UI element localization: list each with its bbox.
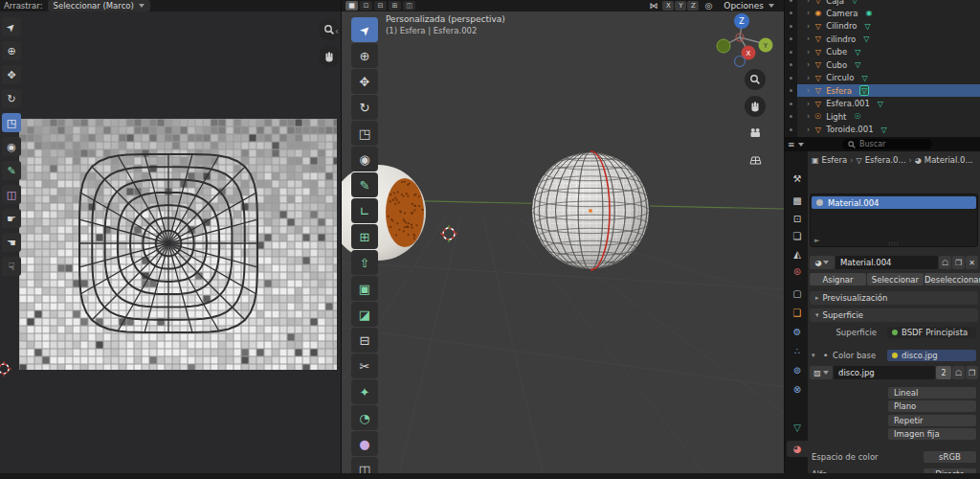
sphere-object[interactable] (523, 144, 657, 278)
outliner-item-light[interactable]: ›☉Light☉ (797, 110, 980, 123)
edge-slide-tool[interactable]: ◫ (351, 457, 378, 473)
tab-render[interactable]: ▩ (787, 193, 808, 209)
transform-tool[interactable]: ◉ (2, 137, 21, 156)
image-browse-button[interactable]: ▨ (810, 366, 833, 379)
mirror-icon[interactable]: ⋈ (649, 1, 657, 11)
source-select[interactable]: Imagen fija (888, 428, 976, 440)
proportional-edit-icon[interactable]: ◎ (704, 1, 712, 11)
tab-collection[interactable]: ▢ (787, 285, 808, 302)
projection-select[interactable]: Plano (888, 400, 976, 412)
users-count[interactable]: 2 (936, 366, 951, 379)
uv-image-canvas[interactable] (19, 119, 337, 370)
panel-surface[interactable]: ▾ Superficie (810, 308, 978, 322)
mirror-z-button[interactable]: Z (687, 1, 699, 11)
seleccionar-button[interactable]: Seleccionar (867, 273, 924, 285)
scale-tool[interactable]: ◳ (351, 121, 378, 146)
disclosure-icon[interactable]: › (807, 9, 810, 17)
outliner-item-cube[interactable]: ›▽Cube▽ (797, 46, 980, 58)
outliner-item-esfera-001[interactable]: ›▽Esfera.001▽ (797, 98, 980, 110)
outliner-item-toroide-001[interactable]: ›▽Toroide.001▽ (797, 124, 980, 136)
tab-view-layer[interactable]: ❏ (787, 228, 808, 244)
material-slot-selected[interactable]: Material.004 (812, 196, 976, 209)
edge-select-icon[interactable]: ⊟ (374, 1, 387, 11)
perspective-toggle-button[interactable] (745, 149, 766, 171)
list-resize-grip[interactable]: ∷∷ (811, 240, 977, 248)
drag-mode-dropdown[interactable]: Seleccionar (Marco) (48, 0, 150, 11)
tab-material[interactable]: ◕ (787, 441, 808, 457)
breadcrumb-item[interactable]: Esfera.0... (865, 155, 906, 165)
disclosure-icon[interactable]: › (807, 34, 810, 43)
copy-button[interactable]: ❐ (952, 256, 965, 269)
material-browse-button[interactable]: ◕ (810, 256, 835, 269)
tab-scene[interactable]: ◭ (787, 246, 808, 262)
mirror-y-button[interactable]: Y (675, 1, 686, 11)
disclosure-icon[interactable]: › (807, 112, 810, 121)
vertex-select-icon[interactable]: ⊡ (360, 1, 372, 11)
zoom-button[interactable] (745, 69, 766, 90)
color-space-select[interactable]: sRGB (924, 451, 976, 463)
disclosure-icon[interactable]: › (807, 125, 810, 134)
add-cube-tool[interactable]: ⊞ (351, 224, 378, 249)
material-slot-list[interactable]: Material.004 ► ∷∷ (810, 194, 978, 247)
camera-view-button[interactable] (745, 123, 766, 144)
outliner-item-esfera[interactable]: ›▽Esfera▽ (797, 84, 980, 97)
tab-physics[interactable]: ⊚ (787, 362, 808, 378)
navigation-gizmo[interactable]: Z Y X (715, 8, 776, 67)
mirror-x-button[interactable]: X (662, 1, 674, 11)
cursor-tool[interactable]: ⊕ (351, 43, 378, 68)
base-color-field[interactable]: disco.jpg (887, 350, 976, 361)
select-box-tool[interactable]: ➤ (2, 17, 21, 36)
pinch-tool[interactable]: ☟ (2, 257, 21, 276)
tab-world[interactable]: ⊛ (787, 263, 808, 280)
outliner-item-cilindro[interactable]: ›▽Cilindro▽ (797, 20, 980, 33)
grab-tool[interactable]: ☛ (2, 209, 21, 228)
fake-user-button[interactable]: ☖ (952, 366, 965, 379)
interpolation-select[interactable]: Lineal (888, 387, 976, 399)
outliner-item-circulo[interactable]: ›▽Circulo▽ (797, 72, 980, 84)
outliner-item-camera[interactable]: ›◉Camera◉ (797, 7, 980, 19)
annotate-tool[interactable]: ✎ (2, 161, 21, 180)
tab-object-data[interactable]: ▽ (787, 420, 808, 436)
outliner-item-cubo[interactable]: ›▽Cubo▽ (797, 58, 980, 71)
annotate-tool[interactable]: ✎ (351, 172, 378, 197)
inset-faces-tool[interactable]: ▣ (351, 276, 378, 301)
extrude-region-tool[interactable]: ⇧ (351, 250, 378, 275)
material-name-field[interactable]: Material.004 (835, 256, 938, 269)
cursor-tool[interactable]: ⊕ (2, 41, 21, 60)
disclosure-icon[interactable]: › (807, 74, 810, 82)
rotate-tool[interactable]: ↻ (351, 95, 378, 120)
expanded-arrow-icon[interactable]: ▾ (812, 352, 815, 359)
pan-button[interactable] (319, 46, 340, 67)
fake-user-button[interactable]: ☖ (939, 256, 951, 269)
breadcrumb-item[interactable]: Material.0... (924, 155, 973, 165)
tab-particles[interactable]: ∴ (787, 343, 808, 359)
search-input[interactable]: Buscar (842, 139, 932, 149)
knife-tool[interactable]: ✂ (351, 354, 378, 378)
disclosure-icon[interactable]: › (807, 0, 810, 5)
outliner-item-caja[interactable]: ›▽Caja▽ (797, 0, 980, 7)
editor-type-icon[interactable]: ▦ (345, 1, 358, 11)
disclosure-icon[interactable]: › (807, 60, 810, 69)
move-tool[interactable]: ✥ (2, 65, 21, 84)
tab-tool[interactable]: ⚒ (787, 171, 808, 187)
extension-select[interactable]: Repetir (888, 415, 976, 426)
copy-button[interactable]: ❐ (966, 366, 978, 379)
unlink-button[interactable]: ✕ (966, 256, 978, 269)
breadcrumb-item[interactable]: Esfera (822, 155, 848, 165)
disclosure-icon[interactable]: › (807, 22, 810, 31)
deseleccionar-button[interactable]: Deseleccionar (924, 273, 980, 285)
3d-viewport[interactable]: ▦⊡⊟⊞◫ ⋈ XYZ ◎ Opciones Personalizada (pe… (342, 0, 785, 473)
relax-tool[interactable]: ☚ (2, 233, 21, 252)
scale-tool[interactable]: ◳ (2, 113, 21, 132)
image-name-field[interactable]: disco.jpg (834, 366, 935, 379)
disclosure-icon[interactable]: › (807, 86, 810, 95)
measure-tool[interactable]: ∟ (351, 198, 378, 223)
smooth-tool[interactable]: ● (351, 431, 378, 456)
panel-collapse-arrow[interactable]: ‹ (335, 26, 339, 36)
poly-build-tool[interactable]: ✦ (351, 379, 378, 404)
editor-type-icon[interactable]: ≡ (788, 140, 795, 149)
outliner-item-cilindro[interactable]: ›▽cilindro▽ (797, 33, 980, 45)
spin-tool[interactable]: ◔ (351, 405, 378, 430)
tab-modifiers[interactable]: ⚙ (787, 324, 808, 340)
bevel-tool[interactable]: ◪ (351, 302, 378, 327)
